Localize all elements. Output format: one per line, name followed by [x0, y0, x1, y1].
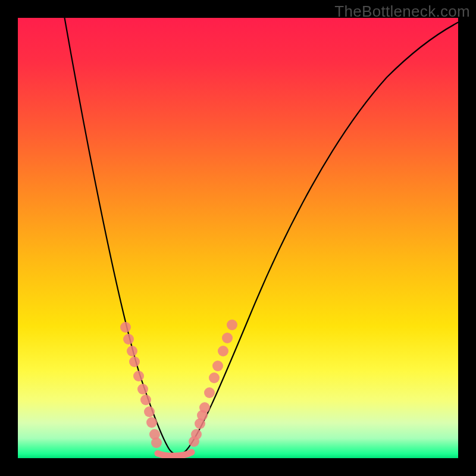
plot-area: [18, 18, 458, 458]
data-marker: [129, 356, 140, 367]
data-marker: [120, 322, 131, 333]
data-marker: [146, 417, 157, 428]
data-marker: [133, 371, 144, 381]
data-marker: [123, 334, 134, 345]
data-marker: [218, 346, 228, 356]
chart-frame: TheBottleneck.com: [0, 0, 476, 476]
data-marker: [212, 361, 223, 371]
data-marker: [151, 437, 162, 448]
data-marker: [137, 384, 148, 394]
data-marker: [144, 406, 155, 417]
data-marker: [222, 333, 233, 343]
bottleneck-chart-svg: [18, 18, 458, 458]
gradient-background: [18, 18, 458, 458]
data-marker: [209, 372, 220, 383]
data-marker: [204, 387, 215, 398]
curve-bottom-highlight: [158, 452, 192, 456]
data-marker: [191, 429, 202, 440]
data-marker: [199, 402, 210, 413]
data-marker: [127, 346, 137, 356]
watermark-text: TheBottleneck.com: [334, 2, 470, 21]
data-marker: [227, 320, 237, 330]
data-marker: [140, 394, 151, 405]
